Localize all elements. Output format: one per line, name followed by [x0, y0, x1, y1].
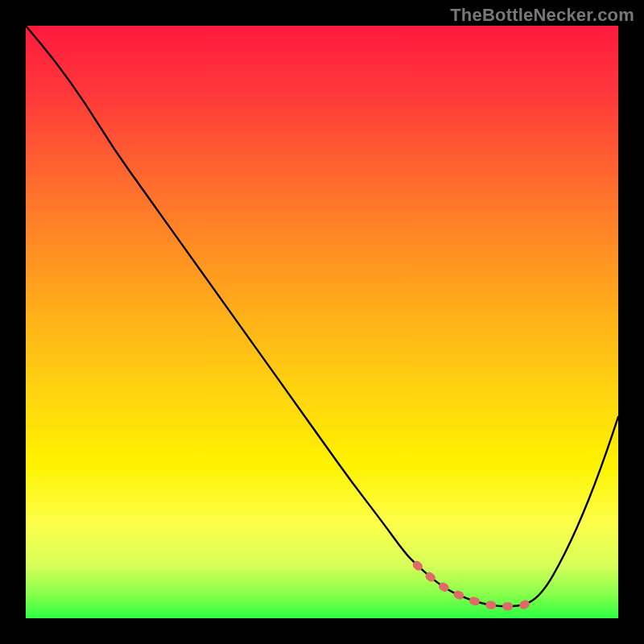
- optimal-zone-marker: [417, 565, 535, 607]
- bottleneck-curve: [26, 26, 618, 606]
- watermark-text: TheBottleNecker.com: [450, 5, 634, 26]
- chart-svg: [26, 26, 618, 618]
